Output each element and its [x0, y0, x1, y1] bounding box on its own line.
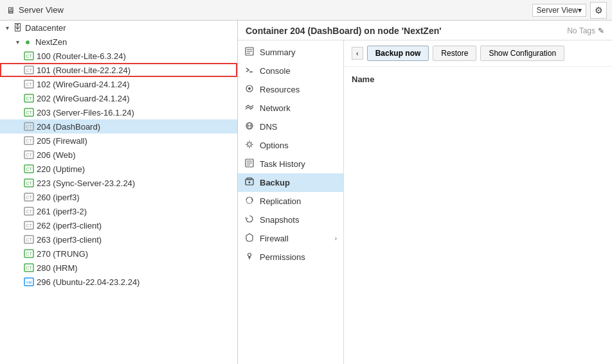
nextzen-node[interactable]: ▾ ● NextZen	[0, 35, 237, 49]
chevron-right-icon: ›	[335, 235, 337, 242]
nav-label: Task History	[260, 159, 305, 169]
tree-item-label: 100 (Router-Lite-6.3.24)	[37, 51, 126, 61]
container-icon: CT	[23, 191, 35, 203]
show-configuration-button[interactable]: Show Configuration	[480, 46, 564, 61]
tree-row[interactable]: CT 202 (WireGuard-24.1.24)	[0, 91, 237, 105]
nav-label: Options	[260, 141, 289, 150]
tree-row[interactable]: CT 261 (iperf3-2)	[0, 204, 237, 218]
backup-now-button[interactable]: Backup now	[367, 46, 429, 61]
container-icon: CT	[23, 50, 35, 62]
network-icon	[244, 103, 255, 114]
resources-icon	[244, 84, 255, 95]
nav-item-permissions[interactable]: Permissions	[238, 248, 343, 266]
nav-label: Console	[260, 66, 291, 76]
nav-item-summary[interactable]: Summary	[238, 43, 343, 62]
svg-text:CT: CT	[26, 238, 32, 242]
svg-point-44	[248, 143, 251, 146]
tree-row[interactable]: CT 100 (Router-Lite-6.3.24)	[0, 49, 237, 63]
datacenter-node[interactable]: ▾ 🗄 Datacenter	[0, 21, 237, 35]
container-icon: CT	[23, 262, 35, 273]
task-history-icon	[244, 159, 255, 169]
nav-label: Firewall	[260, 234, 289, 243]
content-toolbar: ‹ Backup now Restore Show Configuration	[344, 40, 612, 67]
gear-icon: ⚙	[595, 5, 603, 15]
nav-item-firewall[interactable]: Firewall ›	[238, 229, 343, 248]
datacenter-label: Datacenter	[25, 23, 66, 33]
options-icon	[244, 140, 255, 151]
nav-item-dns[interactable]: DNS	[238, 117, 343, 136]
top-bar-title: Server View	[19, 5, 532, 15]
tree-row[interactable]: CT 280 (HRM)	[0, 261, 237, 275]
edit-icon[interactable]: ✎	[598, 26, 604, 35]
nav-item-backup[interactable]: Backup	[238, 173, 343, 192]
nav-label: Permissions	[260, 252, 305, 262]
tree-row[interactable]: CT 203 (Server-Files-16.1.24)	[0, 105, 237, 119]
tree-item-label: 280 (HRM)	[37, 263, 78, 273]
right-header: Container 204 (DashBoard) on node 'NextZ…	[238, 21, 612, 40]
nav-item-network[interactable]: Network	[238, 99, 343, 117]
tree-item-label: 101 (Router-Lite-22.2.24)	[37, 65, 130, 75]
snapshots-icon	[244, 214, 255, 225]
node-status-icon: ●	[22, 36, 33, 48]
server-icon: 🖥	[5, 4, 17, 16]
container-icon: CT	[23, 234, 35, 245]
left-panel: ▾ 🗄 Datacenter ▾ ● NextZen CT 100 (Route…	[0, 21, 238, 364]
svg-text:CT: CT	[26, 96, 32, 101]
nav-item-console[interactable]: Console	[238, 62, 343, 80]
tree-row[interactable]: VM 296 (Ubuntu-22.04-23.2.24)	[0, 275, 237, 289]
tree-row[interactable]: CT 101 (Router-Lite-22.2.24)	[0, 63, 237, 77]
replication-icon	[244, 196, 255, 207]
prev-button[interactable]: ‹	[352, 47, 363, 60]
tree-item-label: 223 (Sync-Server-23.2.24)	[37, 178, 135, 188]
tree-row[interactable]: CT 260 (iperf3)	[0, 190, 237, 204]
container-icon: CT	[23, 135, 35, 146]
nextzen-label: NextZen	[35, 37, 67, 47]
tree-row[interactable]: CT 102 (WireGuard-24.1.24)	[0, 77, 237, 91]
nav-item-resources[interactable]: Resources	[238, 80, 343, 99]
svg-text:CT: CT	[26, 68, 32, 73]
svg-point-51	[249, 182, 251, 184]
container-icon: CT	[23, 121, 35, 132]
summary-icon	[244, 47, 255, 58]
svg-text:CT: CT	[26, 110, 32, 115]
nav-label: Replication	[260, 196, 301, 206]
nav-label: Summary	[260, 48, 296, 57]
gear-button[interactable]: ⚙	[590, 2, 607, 19]
name-column-header: Name	[352, 74, 374, 84]
nav-item-options[interactable]: Options	[238, 136, 343, 155]
nav-label: Backup	[260, 178, 290, 187]
nav-item-task-history[interactable]: Task History	[238, 155, 343, 173]
tree-item-label: 261 (iperf3-2)	[37, 207, 87, 216]
tree-row[interactable]: CT 205 (Firewall)	[0, 134, 237, 148]
container-icon: CT	[23, 107, 35, 118]
svg-text:CT: CT	[26, 181, 32, 186]
nav-item-replication[interactable]: Replication	[238, 192, 343, 211]
container-icon: CT	[23, 64, 35, 76]
nav-label: Network	[260, 103, 291, 113]
tree-item-label: 270 (TRUNG)	[37, 249, 88, 259]
restore-button[interactable]: Restore	[433, 46, 476, 61]
container-icon: CT	[23, 92, 35, 104]
svg-text:VM: VM	[26, 281, 32, 284]
tree-row[interactable]: CT 223 (Sync-Server-23.2.24)	[0, 176, 237, 190]
tree-row[interactable]: CT 270 (TRUNG)	[0, 247, 237, 261]
nav-item-snapshots[interactable]: Snapshots	[238, 211, 343, 229]
tree-item-label: 263 (iperf3-client)	[37, 235, 102, 245]
tree-row[interactable]: CT 204 (DashBoard)	[0, 119, 237, 134]
tree-row[interactable]: CT 220 (Uptime)	[0, 162, 237, 176]
container-icon: CT	[23, 163, 35, 175]
top-bar: 🖥 Server View Server View ▾ ⚙	[0, 0, 612, 21]
console-icon	[244, 65, 255, 76]
vm-icon: VM	[23, 276, 35, 288]
svg-point-40	[248, 87, 251, 90]
permissions-icon	[244, 252, 255, 263]
view-dropdown[interactable]: Server View ▾	[532, 4, 586, 17]
svg-text:CT: CT	[26, 125, 32, 129]
tree-item-label: 262 (iperf3-client)	[37, 221, 102, 230]
tree-row[interactable]: CT 206 (Web)	[0, 148, 237, 162]
container-icon: CT	[23, 177, 35, 189]
tree-row[interactable]: CT 263 (iperf3-client)	[0, 232, 237, 247]
expand-arrow-icon: ▾	[13, 37, 22, 46]
nav-label: Snapshots	[260, 215, 299, 225]
tree-row[interactable]: CT 262 (iperf3-client)	[0, 218, 237, 232]
